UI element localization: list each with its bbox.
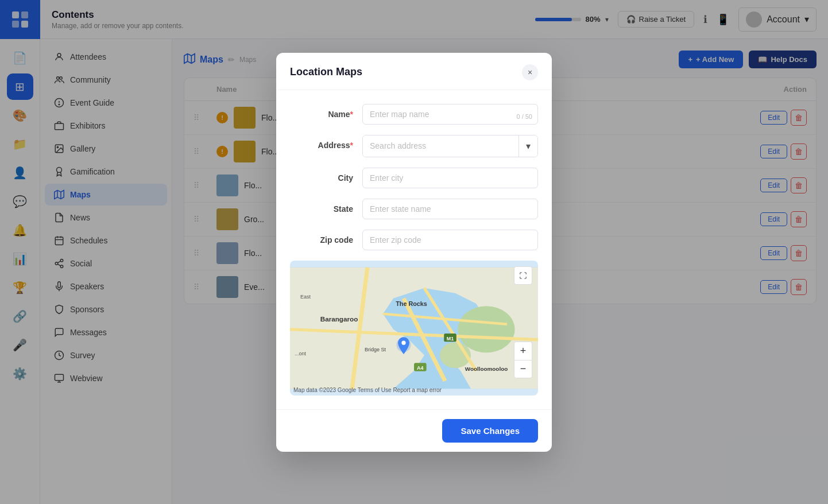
zip-input[interactable] bbox=[362, 230, 538, 250]
required-star: * bbox=[350, 110, 353, 119]
svg-text:Barangaroo: Barangaroo bbox=[320, 315, 358, 323]
zip-field-row: Zip code bbox=[290, 230, 538, 250]
svg-point-55 bbox=[401, 340, 405, 344]
city-input[interactable] bbox=[362, 168, 538, 188]
address-field-row: Address* ▾ bbox=[290, 135, 538, 157]
modal-overlay[interactable]: Location Maps × Name* 0 / 50 Address* bbox=[0, 0, 828, 504]
address-input-wrap: ▾ bbox=[362, 135, 538, 157]
address-input[interactable] bbox=[363, 135, 519, 157]
modal-footer: Save Changes bbox=[276, 409, 552, 452]
map-preview: M1 A4 Barangaroo The Rocks Bridge St Woo… bbox=[290, 261, 538, 396]
map-zoom-in-button[interactable]: + bbox=[514, 342, 532, 360]
location-maps-modal: Location Maps × Name* 0 / 50 Address* bbox=[276, 53, 552, 452]
state-field-row: State bbox=[290, 199, 538, 219]
state-input[interactable] bbox=[362, 199, 538, 219]
modal-body: Name* 0 / 50 Address* ▾ City bbox=[276, 90, 552, 409]
address-label: Address* bbox=[290, 135, 353, 150]
name-input[interactable] bbox=[362, 104, 538, 125]
char-count: 0 / 50 bbox=[516, 113, 532, 120]
svg-text:M1: M1 bbox=[447, 335, 454, 341]
required-star: * bbox=[350, 141, 353, 150]
map-controls bbox=[514, 266, 532, 285]
name-input-wrap: 0 / 50 bbox=[362, 104, 538, 125]
svg-text:A4: A4 bbox=[417, 365, 424, 370]
svg-text:East: East bbox=[300, 293, 311, 299]
address-chevron-icon[interactable]: ▾ bbox=[519, 135, 537, 157]
name-label: Name* bbox=[290, 104, 353, 119]
svg-text:Woolloomooloo: Woolloomooloo bbox=[465, 365, 508, 371]
name-field-row: Name* 0 / 50 bbox=[290, 104, 538, 125]
svg-point-37 bbox=[458, 306, 515, 352]
save-changes-button[interactable]: Save Changes bbox=[442, 419, 538, 443]
svg-text:...ont: ...ont bbox=[295, 350, 307, 356]
svg-text:The Rocks: The Rocks bbox=[396, 300, 427, 307]
map-zoom-controls: + − bbox=[514, 342, 532, 378]
modal-close-button[interactable]: × bbox=[522, 64, 538, 80]
modal-title: Location Maps bbox=[290, 66, 362, 78]
map-expand-button[interactable] bbox=[514, 266, 532, 285]
modal-header: Location Maps × bbox=[276, 53, 552, 90]
city-field-row: City bbox=[290, 168, 538, 188]
map-zoom-out-button[interactable]: − bbox=[514, 360, 532, 378]
svg-text:Bridge St: Bridge St bbox=[365, 346, 386, 352]
zip-label: Zip code bbox=[290, 230, 353, 245]
map-attribution: Map data ©2023 Google Terms of Use Repor… bbox=[293, 387, 442, 393]
city-label: City bbox=[290, 168, 353, 183]
state-label: State bbox=[290, 199, 353, 214]
